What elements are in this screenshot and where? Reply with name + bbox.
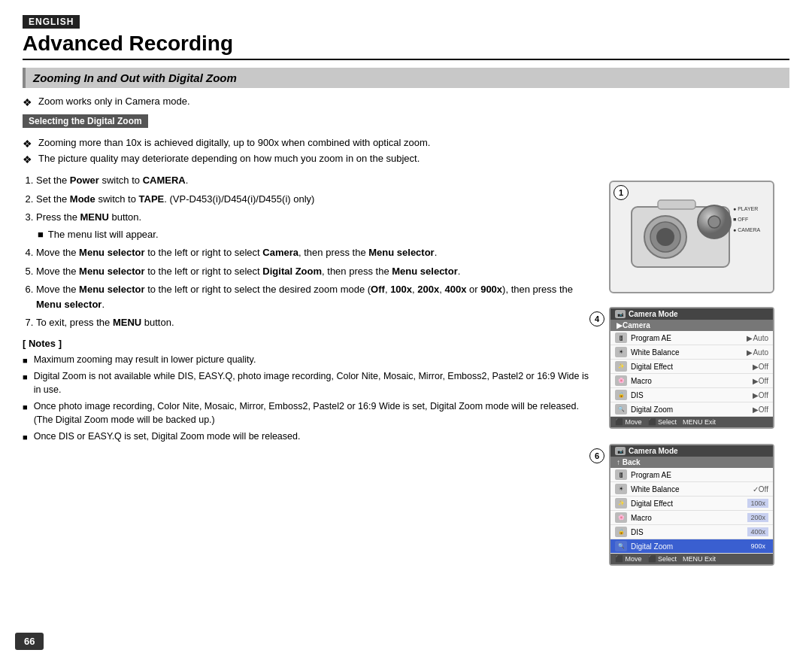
square-icon: ■ bbox=[38, 227, 44, 242]
page-title: Advanced Recording bbox=[23, 32, 789, 60]
svg-point-3 bbox=[656, 228, 674, 246]
step-4: Move the Menu selector to the left or ri… bbox=[36, 245, 594, 260]
menu1-row-5: 🔒 DIS ▶Off bbox=[611, 388, 773, 402]
menu1-title-row: ▶Camera bbox=[611, 320, 773, 331]
square-icon: ■ bbox=[23, 432, 28, 443]
row-icon: ✨ bbox=[615, 498, 627, 509]
row-icon: ☀ bbox=[615, 484, 627, 494]
square-icon: ■ bbox=[23, 372, 28, 383]
step-5: Move the Menu selector to the left or ri… bbox=[36, 264, 594, 279]
svg-point-5 bbox=[708, 216, 720, 228]
square-icon: ■ bbox=[23, 402, 28, 413]
menu2-footer: ⬛ Move ⬛ Select MENU Exit bbox=[611, 554, 773, 564]
row-icon: ☀ bbox=[615, 347, 627, 357]
row-icon: 🔍 bbox=[615, 541, 627, 551]
menu1-row-1: 🎛 Program AE ▶Auto bbox=[611, 331, 773, 345]
notes-section: [ Notes ] ■ Maximum zooming may result i… bbox=[23, 338, 594, 444]
menu2-row-6: 🔍 Digital Zoom 900x bbox=[611, 539, 773, 554]
svg-text:● PLAYER: ● PLAYER bbox=[733, 206, 758, 211]
menu1-row-6: 🔍 Digital Zoom ▶Off bbox=[611, 402, 773, 417]
camera-panel: ● PLAYER ■ OFF ● CAMERA bbox=[609, 181, 774, 293]
svg-text:● CAMERA: ● CAMERA bbox=[733, 227, 760, 232]
page: ENGLISH Advanced Recording Zooming In an… bbox=[0, 0, 812, 662]
menu2-row-5: 🔒 DIS 400x bbox=[611, 525, 773, 539]
subsection-label: Selecting the Digital Zoom bbox=[23, 114, 148, 128]
menu-panel-2-wrapper: 6 📷 Camera Mode ↑ Back 🎛 Program AE bbox=[609, 444, 789, 566]
square-icon: ■ bbox=[23, 355, 28, 366]
intro-bullet: ❖ Zoom works only in Camera mode. bbox=[23, 96, 789, 108]
menu2-header: 📷 Camera Mode bbox=[611, 445, 773, 457]
menu-panel-1: 📷 Camera Mode ▶Camera 🎛 Program AE ▶Auto… bbox=[609, 307, 774, 429]
row-icon: 🔍 bbox=[615, 404, 627, 415]
right-column: 1 bbox=[609, 173, 789, 566]
row-icon: 🔒 bbox=[615, 390, 627, 400]
diamond-icon: ❖ bbox=[23, 138, 32, 150]
camera-svg: ● PLAYER ■ OFF ● CAMERA bbox=[617, 188, 767, 286]
english-badge: ENGLISH bbox=[23, 15, 80, 29]
section-header: Zooming In and Out with Digital Zoom bbox=[23, 68, 789, 88]
selecting-bullet-2: ❖ The picture quality may deteriorate de… bbox=[23, 153, 789, 166]
menu2-title-row: ↑ Back bbox=[611, 457, 773, 468]
menu2-row-3: ✨ Digital Effect 100x bbox=[611, 496, 773, 511]
menu1-cam-icon: 📷 bbox=[615, 310, 626, 318]
main-content: Set the Power switch to CAMERA. Set the … bbox=[23, 173, 789, 566]
left-column: Set the Power switch to CAMERA. Set the … bbox=[23, 173, 594, 566]
menu2-cam-icon: 📷 bbox=[615, 447, 626, 455]
step-3: Press the MENU button. ■ The menu list w… bbox=[36, 210, 594, 241]
selecting-bullet-1: ❖ Zooming more than 10x is achieved digi… bbox=[23, 137, 789, 150]
step-7: To exit, press the MENU button. bbox=[36, 315, 594, 330]
note-1: ■ Maximum zooming may result in lower pi… bbox=[23, 354, 594, 367]
menu-panel-1-wrapper: 4 📷 Camera Mode ▶Camera 🎛 Program AE ▶Au… bbox=[609, 307, 789, 429]
menu2-row-1: 🎛 Program AE bbox=[611, 468, 773, 482]
menu1-row-3: ✨ Digital Effect ▶Off bbox=[611, 360, 773, 374]
note-3: ■ Once photo image recording, Color Nite… bbox=[23, 400, 594, 427]
note-2: ■ Digital Zoom is not available while DI… bbox=[23, 370, 594, 396]
step1-badge: 1 bbox=[614, 185, 629, 200]
row-icon: ✨ bbox=[615, 361, 627, 372]
menu1-row-4: 🌸 Macro ▶Off bbox=[611, 374, 773, 388]
menu1-header: 📷 Camera Mode bbox=[611, 308, 773, 320]
menu2-row-4: 🌸 Macro 200x bbox=[611, 511, 773, 525]
menu1-row-2: ☀ White Balance ▶Auto bbox=[611, 345, 773, 360]
svg-text:■ OFF: ■ OFF bbox=[733, 217, 748, 222]
row-icon: 🌸 bbox=[615, 512, 627, 523]
menu2-row-2: ☀ White Balance ✓Off bbox=[611, 482, 773, 496]
step-2: Set the Mode switch to TAPE. (VP-D453(i)… bbox=[36, 192, 594, 207]
step4-badge: 4 bbox=[589, 311, 604, 326]
row-icon: 🎛 bbox=[615, 333, 627, 343]
notes-list: ■ Maximum zooming may result in lower pi… bbox=[23, 354, 594, 444]
camera-illustration-wrapper: 1 bbox=[609, 181, 789, 293]
step-6: Move the Menu selector to the left or ri… bbox=[36, 282, 594, 311]
step-1: Set the Power switch to CAMERA. bbox=[36, 173, 594, 188]
row-icon: 🔒 bbox=[615, 527, 627, 537]
svg-rect-6 bbox=[658, 200, 695, 209]
diamond-icon: ❖ bbox=[23, 96, 32, 108]
row-icon: 🌸 bbox=[615, 375, 627, 386]
notes-title: [ Notes ] bbox=[23, 338, 594, 349]
row-icon: 🎛 bbox=[615, 469, 627, 480]
page-number: 66 bbox=[15, 633, 44, 650]
menu1-footer: ⬛ Move ⬛ Select MENU Exit bbox=[611, 417, 773, 427]
menu-panel-2: 📷 Camera Mode ↑ Back 🎛 Program AE bbox=[609, 444, 774, 566]
diamond-icon: ❖ bbox=[23, 153, 32, 166]
menu2-zoom-rows: ☀ White Balance ✓Off ✨ Digital Effect 10… bbox=[611, 482, 773, 554]
steps-list: Set the Power switch to CAMERA. Set the … bbox=[23, 173, 594, 330]
step6-badge: 6 bbox=[589, 448, 604, 463]
note-4: ■ Once DIS or EASY.Q is set, Digital Zoo… bbox=[23, 430, 594, 444]
